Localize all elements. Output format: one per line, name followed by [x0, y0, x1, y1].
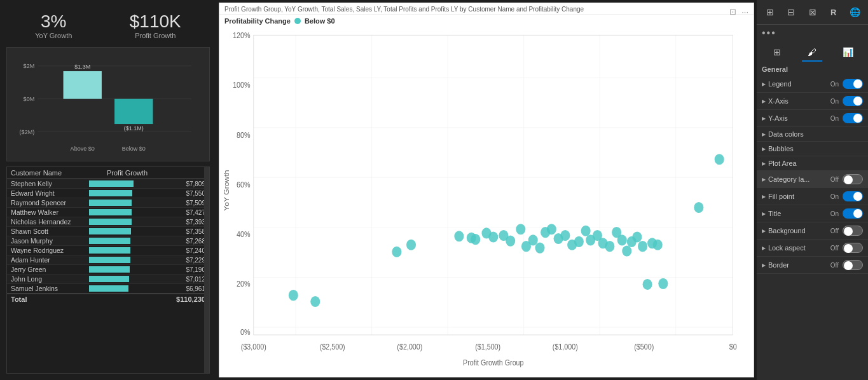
format-row-label: Plot Area [768, 159, 797, 167]
row-value: $6,961 [167, 285, 205, 292]
svg-text:Above $0: Above $0 [71, 145, 95, 151]
status-on: On [830, 81, 839, 88]
format-panel: ⊞ ⊟ ⊠ R 🌐 ••• ⊞ 🖌 📊 General ▶ Legend On … [757, 0, 868, 380]
row-value: $7,393 [167, 219, 205, 226]
kpi-yoy-label: YoY Growth [35, 32, 72, 39]
row-value: $7,550 [167, 190, 205, 197]
format-row-border[interactable]: ▶ Border Off [757, 257, 868, 274]
chevron-icon: ▶ [762, 132, 766, 137]
total-value: $110,230 [167, 295, 205, 303]
customer-table: Customer Name Profit Growth Stephen Kell… [6, 166, 210, 374]
toggle-off[interactable] [843, 260, 863, 270]
svg-text:($1,000): ($1,000) [553, 343, 578, 351]
more-options-icon[interactable]: ··· [741, 7, 748, 17]
chart-title: Profit Growth Group, YoY Growth, Total S… [219, 3, 754, 15]
format-row-plot_area[interactable]: ▶ Plot Area [757, 156, 868, 171]
chevron-icon: ▶ [762, 177, 766, 182]
table-row: Edward Wright $7,550 [7, 189, 209, 198]
svg-text:$2M: $2M [24, 63, 35, 69]
left-panel: 3% YoY Growth $110K Profit Growth $2M $0… [0, 0, 216, 380]
format-row-y-axis[interactable]: ▶ Y-Axis On [757, 110, 868, 127]
svg-text:($500): ($500) [634, 343, 654, 351]
scatter-icon[interactable]: ⊠ [804, 4, 821, 20]
toggle-on[interactable] [843, 208, 863, 219]
svg-text:120%: 120% [233, 32, 251, 40]
format-row-fill_point[interactable]: ▶ Fill point On [757, 188, 868, 205]
status-on: On [830, 193, 839, 200]
format-row-label: X-Axis [768, 97, 789, 105]
toggle-on[interactable] [843, 191, 863, 201]
chevron-icon: ▶ [762, 81, 766, 87]
format-row-background[interactable]: ▶ Background Off [757, 222, 868, 240]
format-row-left: ▶ Lock aspect [762, 244, 806, 252]
svg-text:($1.1M): ($1.1M) [124, 125, 144, 132]
kpi-yoy-value: 3% [35, 11, 72, 32]
svg-rect-12 [254, 35, 733, 335]
row-name: Wayne Rodriguez [11, 247, 89, 254]
row-value: $7,229 [167, 257, 205, 264]
expand-icon[interactable]: ⊡ [729, 7, 736, 17]
svg-rect-8 [114, 99, 153, 124]
format-row-title[interactable]: ▶ Title On [757, 205, 868, 222]
table-row: Nicholas Hernandez $7,393 [7, 217, 209, 227]
row-bar [89, 276, 167, 282]
format-row-left: ▶ Bubbles [762, 145, 794, 153]
format-row-data_colors[interactable]: ▶ Data colors [757, 127, 868, 142]
toggle-on[interactable] [843, 79, 863, 89]
svg-text:40%: 40% [237, 230, 251, 238]
table-rows-container: Stephen Kelly $7,809 Edward Wright $7,55… [7, 179, 209, 294]
row-value: $7,190 [167, 266, 205, 273]
format-row-category_la[interactable]: ▶ Category la... Off [757, 171, 868, 188]
row-value: $7,509 [167, 200, 205, 207]
status-on: On [830, 98, 839, 105]
table-header: Customer Name Profit Growth [7, 167, 209, 179]
bar-chart: $2M $0M ($2M) $1.3M ($1.1M) Above $0 Bel… [6, 47, 210, 161]
format-row-lock_aspect[interactable]: ▶ Lock aspect Off [757, 240, 868, 257]
table-total-row: Total $110,230 [7, 294, 209, 304]
row-bar [89, 180, 167, 187]
svg-text:80%: 80% [237, 131, 251, 139]
svg-text:($1,500): ($1,500) [475, 343, 500, 351]
row-name: Adam Hunter [11, 256, 89, 264]
svg-point-31 [310, 296, 320, 307]
format-row-bubbles[interactable]: ▶ Bubbles [757, 142, 868, 156]
table-row: Stephen Kelly $7,809 [7, 179, 209, 189]
table-row: Matthew Walker $7,427 [7, 208, 209, 217]
row-name: Nicholas Hernandez [11, 218, 89, 226]
r-icon[interactable]: R [825, 4, 842, 20]
tab-analytics[interactable]: 📊 [837, 44, 858, 62]
legend-title: Profitability Change [224, 17, 291, 25]
toggle-off[interactable] [843, 243, 863, 253]
status-off: Off [830, 176, 839, 183]
svg-point-66 [694, 202, 703, 213]
format-row-x-axis[interactable]: ▶ X-Axis On [757, 93, 868, 110]
svg-text:0%: 0% [240, 328, 251, 336]
svg-point-65 [658, 278, 668, 289]
chart-icon[interactable]: ⊟ [783, 4, 799, 20]
svg-point-58 [622, 245, 631, 256]
chevron-icon: ▶ [762, 116, 766, 121]
format-row-left: ▶ Legend [762, 80, 792, 88]
table-icon[interactable]: ⊞ [762, 4, 778, 20]
toggle-on[interactable] [843, 96, 863, 106]
general-section-label: General [757, 62, 868, 76]
format-row-left: ▶ Data colors [762, 130, 804, 138]
toggle-off[interactable] [843, 174, 863, 184]
dots-menu[interactable]: ••• [757, 25, 868, 41]
svg-text:Profit Growth Group: Profit Growth Group [463, 358, 524, 367]
svg-point-30 [289, 290, 298, 301]
svg-text:($2,500): ($2,500) [320, 343, 345, 351]
format-row-legend[interactable]: ▶ Legend On [757, 76, 868, 93]
status-off: Off [830, 245, 839, 252]
svg-point-41 [516, 224, 525, 234]
scroll-bar[interactable] [204, 167, 209, 373]
row-name: Jason Murphy [11, 237, 89, 245]
tab-format[interactable]: 🖌 [802, 44, 822, 62]
toggle-on[interactable] [843, 113, 863, 123]
status-on: On [830, 210, 839, 217]
toggle-off[interactable] [843, 226, 863, 236]
format-row-label: Category la... [768, 175, 809, 183]
tab-fields[interactable]: ⊞ [767, 44, 787, 62]
scatter-svg: 120% 100% 80% 60% 40% 20% 0% ($3,000) ($… [219, 27, 754, 377]
globe-icon[interactable]: 🌐 [846, 4, 863, 20]
